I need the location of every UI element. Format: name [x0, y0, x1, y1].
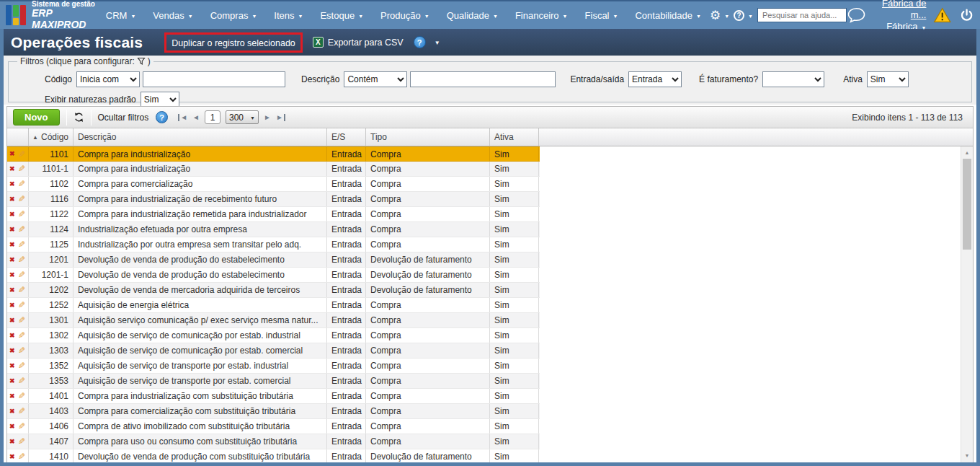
- table-row[interactable]: ✖ ✎ 1401 Compra para industrialização co…: [7, 389, 540, 404]
- tipo-column-header[interactable]: Tipo: [366, 128, 490, 146]
- current-page-box[interactable]: 1: [205, 110, 220, 124]
- delete-row-icon[interactable]: ✖: [9, 272, 15, 278]
- last-page-button[interactable]: ►: [276, 114, 285, 121]
- table-row[interactable]: ✖ ✎ 1403 Compra para comercialização com…: [7, 404, 540, 419]
- edit-row-icon[interactable]: ✎: [18, 286, 25, 294]
- refresh-button[interactable]: [74, 112, 84, 123]
- table-row[interactable]: ✖ ✎ 1101-1 Compra para industrialização …: [7, 162, 540, 177]
- table-row[interactable]: ✖ ✎ 1116 Compra para industrialização de…: [7, 192, 540, 207]
- delete-row-icon[interactable]: ✖: [9, 181, 15, 188]
- export-csv-button[interactable]: X Exportar para CSV: [313, 37, 404, 48]
- table-row[interactable]: ✖ ✎ 1353 Aquisição de serviço de transpo…: [7, 374, 540, 389]
- page-size-select[interactable]: 300 ▼: [226, 110, 259, 124]
- menu-estoque[interactable]: Estoque▼: [320, 10, 363, 21]
- faturamento-select[interactable]: [762, 71, 824, 87]
- ocultar-filtros-button[interactable]: Ocultar filtros: [98, 113, 149, 123]
- edit-row-icon[interactable]: ✎: [18, 316, 25, 325]
- exibir-naturezas-select[interactable]: Sim: [141, 92, 179, 107]
- page-help-button[interactable]: ?: [414, 36, 426, 48]
- first-page-button[interactable]: ◄: [178, 114, 187, 121]
- delete-row-icon[interactable]: ✖: [9, 363, 15, 369]
- descricao-filter-input[interactable]: [410, 71, 556, 87]
- company-link[interactable]: Fábrica de m...: [873, 0, 926, 21]
- delete-row-icon[interactable]: ✖: [9, 257, 15, 263]
- delete-row-icon[interactable]: ✖: [9, 408, 15, 415]
- edit-row-icon[interactable]: ✎: [18, 377, 25, 385]
- edit-row-icon[interactable]: ✎: [18, 361, 25, 370]
- ativa-select[interactable]: Sim: [867, 71, 909, 87]
- es-column-header[interactable]: E/S: [327, 128, 366, 146]
- warning-icon[interactable]: [933, 6, 951, 25]
- settings-menu[interactable]: ⚙▼: [710, 9, 729, 22]
- menu-itens[interactable]: Itens▼: [274, 10, 303, 21]
- table-row[interactable]: ✖ ✎ 1302 Aquisição de serviço de comunic…: [7, 328, 540, 343]
- help-menu[interactable]: ?▼: [734, 10, 753, 21]
- delete-row-icon[interactable]: ✖: [9, 348, 15, 354]
- menu-compras[interactable]: Compras▼: [210, 10, 257, 21]
- edit-row-icon[interactable]: ✎: [18, 225, 25, 234]
- ativa-column-header[interactable]: Ativa: [490, 128, 539, 146]
- scroll-up-icon[interactable]: ▲: [961, 148, 973, 158]
- delete-row-icon[interactable]: ✖: [9, 211, 15, 218]
- delete-row-icon[interactable]: ✖: [9, 196, 15, 203]
- grid-help-button[interactable]: ?: [156, 111, 168, 123]
- descricao-column-header[interactable]: Descrição: [74, 128, 327, 146]
- edit-row-icon[interactable]: ✎: [18, 164, 25, 173]
- delete-row-icon[interactable]: ✖: [9, 333, 15, 339]
- duplicate-record-button[interactable]: Duplicar o registro selecionado: [172, 38, 295, 48]
- menu-qualidade[interactable]: Qualidade▼: [447, 10, 498, 21]
- table-row[interactable]: ✖ ✎ 1301 Aquisição serviço comunicação p…: [7, 313, 540, 328]
- codigo-column-header[interactable]: ▲ Código: [29, 128, 74, 146]
- menu-producao[interactable]: Produção▼: [380, 10, 429, 21]
- filters-legend[interactable]: Filtros (clique para configurar: ): [17, 56, 153, 66]
- table-row[interactable]: ✖ ✎ 1352 Aquisição de serviço de transpo…: [7, 359, 540, 374]
- delete-row-icon[interactable]: ✖: [9, 227, 15, 233]
- table-row[interactable]: ✖ ✎ 1124 Industrialização efetuada por o…: [7, 222, 540, 237]
- entrada-saida-select[interactable]: Entrada: [628, 71, 682, 87]
- delete-row-icon[interactable]: ✖: [9, 166, 15, 172]
- chevron-down-icon[interactable]: ▼: [435, 40, 440, 46]
- delete-row-icon[interactable]: ✖: [9, 287, 15, 294]
- edit-row-icon[interactable]: ✎: [18, 271, 25, 279]
- delete-row-icon[interactable]: ✖: [9, 151, 15, 157]
- edit-row-icon[interactable]: ✎: [18, 392, 25, 400]
- edit-row-icon[interactable]: ✎: [18, 240, 25, 249]
- table-row[interactable]: ✖ ✎ 1406 Compra de ativo imobilizado com…: [7, 419, 540, 434]
- scroll-down-icon[interactable]: ▼: [961, 451, 973, 461]
- menu-fiscal[interactable]: Fiscal▼: [585, 10, 618, 21]
- delete-row-icon[interactable]: ✖: [9, 439, 15, 445]
- edit-row-icon[interactable]: ✎: [18, 301, 25, 309]
- edit-row-icon[interactable]: ✎: [18, 452, 25, 461]
- table-row[interactable]: ✖ ✎ 1303 Aquisição de serviço de comunic…: [7, 343, 540, 359]
- table-row[interactable]: ✖ ✎ 1252 Aquisição de energia elétrica E…: [7, 298, 540, 313]
- delete-row-icon[interactable]: ✖: [9, 454, 15, 460]
- novo-button[interactable]: Novo: [13, 109, 60, 126]
- menu-crm[interactable]: CRM▼: [106, 10, 136, 21]
- delete-row-icon[interactable]: ✖: [9, 378, 15, 384]
- table-row[interactable]: ✖ ✎ 1125 Industrialização por outra empr…: [7, 237, 540, 252]
- edit-row-icon[interactable]: ✎: [18, 210, 25, 219]
- descricao-operator-select[interactable]: Contém: [344, 71, 407, 87]
- menu-vendas[interactable]: Vendas▼: [153, 10, 192, 21]
- edit-row-icon[interactable]: ✎: [18, 346, 25, 355]
- delete-row-icon[interactable]: ✖: [9, 317, 15, 324]
- table-row[interactable]: ✖ ✎ 1202 Devolução de venda de mercadori…: [7, 283, 540, 298]
- edit-row-icon[interactable]: ✎: [18, 150, 25, 159]
- table-row[interactable]: ✖ ✎ 1407 Compra para uso ou consumo com …: [7, 434, 540, 449]
- edit-row-icon[interactable]: ✎: [18, 195, 25, 203]
- app-logo[interactable]: Sistema de gestão ERP MAXIPROD: [6, 0, 96, 30]
- codigo-operator-select[interactable]: Inicia com: [76, 71, 140, 87]
- table-row[interactable]: ✖ ✎ 1201-1 Devolução de venda de produçã…: [7, 268, 540, 283]
- next-page-button[interactable]: ►: [264, 114, 271, 121]
- vertical-scrollbar[interactable]: ▲ ▼: [961, 146, 973, 462]
- chat-bubble-icon[interactable]: [847, 6, 866, 25]
- delete-row-icon[interactable]: ✖: [9, 302, 15, 309]
- edit-row-icon[interactable]: ✎: [18, 331, 25, 340]
- edit-row-icon[interactable]: ✎: [18, 437, 25, 446]
- delete-row-icon[interactable]: ✖: [9, 423, 15, 430]
- delete-row-icon[interactable]: ✖: [9, 393, 15, 400]
- codigo-filter-input[interactable]: [143, 71, 285, 87]
- scrollbar-thumb[interactable]: [963, 159, 971, 250]
- edit-row-icon[interactable]: ✎: [18, 255, 25, 264]
- edit-row-icon[interactable]: ✎: [18, 407, 25, 416]
